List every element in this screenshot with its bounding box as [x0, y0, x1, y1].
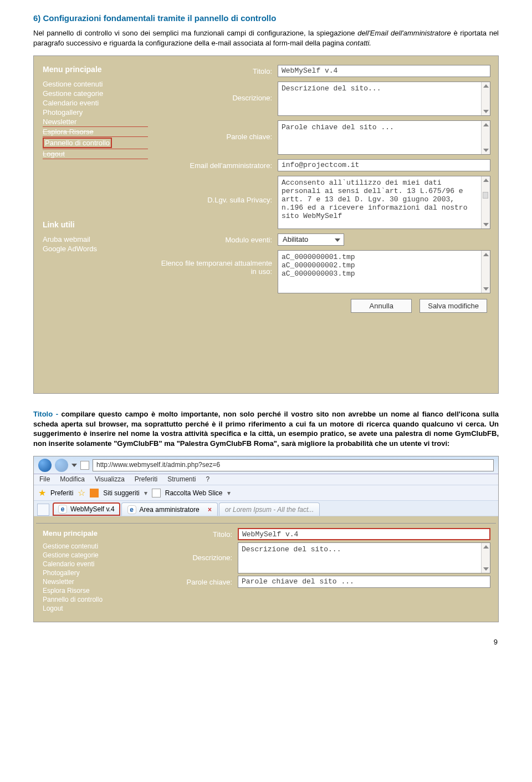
- descrizione2-textarea[interactable]: Descrizione del sito...: [238, 542, 490, 573]
- titolo-input[interactable]: WebMySelf v.4: [278, 65, 490, 77]
- email-input[interactable]: info@projectcom.it: [278, 159, 490, 171]
- modulo-select[interactable]: Abilitato: [278, 233, 344, 246]
- sidebar-links-title: Link utili: [43, 220, 148, 229]
- scrollbar[interactable]: [481, 121, 490, 154]
- menu-preferiti[interactable]: Preferiti: [135, 475, 157, 484]
- scrollbar[interactable]: [481, 251, 490, 293]
- page-icon: [80, 461, 89, 470]
- sidebar-item-pannello[interactable]: Pannello di controllo: [43, 137, 148, 149]
- titolo-paragraph: Titolo - compilare questo campo è molto …: [33, 409, 499, 448]
- parole2-input[interactable]: Parole chiave del sito ...: [238, 576, 490, 588]
- page-number: 9: [33, 638, 499, 646]
- suggested-sites-icon: [90, 489, 99, 497]
- tab-webmyself[interactable]: eWebMySelf v.4: [53, 502, 120, 516]
- figure-admin-panel: Menu principale Gestione contenuti Gesti…: [33, 55, 499, 394]
- label2-titolo: Titolo:: [149, 528, 238, 539]
- annulla-button[interactable]: Annulla: [351, 299, 412, 313]
- label-titolo: Titolo:: [156, 65, 278, 75]
- label-privacy: D.Lgv. sulla Privacy:: [156, 176, 278, 204]
- sidebar2-item-categorie[interactable]: Gestione categorie: [43, 551, 103, 560]
- figure-browser-chrome: http://www.webmyself.it/admin.php?sez=6 …: [33, 456, 499, 622]
- back-button[interactable]: [38, 459, 52, 472]
- privacy-textarea[interactable]: Acconsento all`utilizzo dei miei dati pe…: [278, 176, 490, 229]
- sidebar2-item-esplora[interactable]: Esplora Risorse: [43, 586, 103, 595]
- sidebar2-item-pannello[interactable]: Pannello di controllo: [43, 595, 103, 604]
- web-slice-icon: [152, 489, 161, 497]
- label-email: Email dell'amministratore:: [156, 159, 278, 170]
- elenco-textarea[interactable]: aC_0000000001.tmp aC_0000000002.tmp aC_0…: [278, 250, 490, 293]
- address-bar[interactable]: http://www.webmyself.it/admin.php?sez=6: [93, 459, 494, 471]
- highlight-box: Pannello di controllo: [43, 138, 112, 148]
- sidebar2-item-photogallery[interactable]: Photogallery: [43, 568, 103, 577]
- star-outline-icon[interactable]: ☆: [78, 488, 85, 498]
- label-elenco: Elenco file temporanei attualmente in us…: [156, 250, 278, 276]
- ie-favorites-bar: ★ Preferiti ☆ Siti suggeriti ▾ Raccolta …: [34, 485, 498, 501]
- fav-site1[interactable]: Siti suggeriti: [103, 489, 139, 497]
- descrizione-textarea[interactable]: Descrizione del sito...: [278, 82, 490, 116]
- sidebar-link-adwords[interactable]: Google AdWords: [43, 244, 148, 253]
- ie-icon: e: [58, 505, 67, 514]
- menu-file[interactable]: File: [39, 475, 50, 484]
- sidebar-item-categorie[interactable]: Gestione categorie: [43, 89, 148, 98]
- sidebar2-item-newsletter[interactable]: Newsletter: [43, 577, 103, 586]
- para2-rest: compilare questo campo è molto important…: [33, 410, 499, 448]
- intro-paragraph: Nel pannello di controllo vi sono dei se…: [33, 28, 499, 48]
- section-heading: 6) Configurazioni fondamentali tramite i…: [33, 13, 499, 23]
- sidebar2-item-logout[interactable]: Logout: [43, 604, 103, 613]
- sidebar: Menu principale Gestione contenuti Gesti…: [43, 65, 148, 253]
- star-icon[interactable]: ★: [38, 488, 46, 498]
- sidebar2-item-contenuti[interactable]: Gestione contenuti: [43, 542, 103, 551]
- salva-button[interactable]: Salva modifiche: [420, 299, 487, 313]
- forward-button[interactable]: [55, 459, 68, 472]
- menu-visualizza[interactable]: Visualizza: [95, 475, 125, 484]
- intro-text-1: Nel pannello di controllo vi sono dei se…: [33, 29, 357, 37]
- menu-strumenti[interactable]: Strumenti: [167, 475, 196, 484]
- close-icon[interactable]: ×: [208, 506, 212, 514]
- ie-menubar: File Modifica Visualizza Preferiti Strum…: [34, 474, 498, 485]
- intro-em-1: dell'Email dell'amministratore: [357, 29, 451, 37]
- chevron-down-icon[interactable]: [71, 464, 77, 467]
- intro-em-2: contatti.: [346, 39, 371, 47]
- label-modulo: Modulo eventi:: [156, 233, 278, 244]
- admin-form: Titolo: WebMySelf v.4 Descrizione: Descr…: [156, 65, 490, 313]
- ie-tabbar: eWebMySelf v.4 eArea amministratore × or…: [34, 501, 498, 516]
- ie-toolbar: http://www.webmyself.it/admin.php?sez=6: [34, 456, 498, 474]
- para2-lead: Titolo -: [33, 410, 61, 418]
- sidebar2-title: Menu principale: [43, 529, 103, 537]
- admin-panel-preview: Menu principale Gestione contenuti Gesti…: [36, 523, 496, 619]
- tab-area-admin[interactable]: eArea amministratore ×: [121, 502, 218, 516]
- sidebar-item-contenuti[interactable]: Gestione contenuti: [43, 79, 148, 89]
- scrollbar[interactable]: [481, 176, 490, 228]
- titolo2-input-highlighted[interactable]: WebMySelf v.4: [238, 528, 490, 540]
- sidebar2: Menu principale Gestione contenuti Gesti…: [43, 529, 103, 613]
- menu-help[interactable]: ?: [206, 475, 210, 484]
- sidebar-title: Menu principale: [43, 65, 148, 74]
- label2-parole: Parole chiave:: [149, 576, 238, 586]
- sidebar-item-calendario[interactable]: Calendario eventi: [43, 98, 148, 108]
- sidebar-item-newsletter[interactable]: Newsletter: [43, 117, 148, 126]
- parole-textarea[interactable]: Parole chiave del sito ...: [278, 120, 490, 155]
- label-descrizione: Descrizione:: [156, 82, 278, 102]
- sidebar2-item-calendario[interactable]: Calendario eventi: [43, 560, 103, 568]
- fav-site2[interactable]: Raccolta Web Slice: [165, 489, 223, 497]
- label2-descrizione: Descrizione:: [149, 542, 238, 562]
- sidebar-item-photogallery[interactable]: Photogallery: [43, 108, 148, 117]
- scrollbar[interactable]: [481, 82, 490, 115]
- ie-icon: e: [127, 505, 136, 514]
- sidebar-link-aruba[interactable]: Aruba webmail: [43, 235, 148, 244]
- fav-label[interactable]: Preferiti: [50, 489, 73, 497]
- quick-tabs-button[interactable]: [37, 504, 49, 516]
- label-parole: Parole chiave:: [156, 120, 278, 141]
- sidebar-item-esplora[interactable]: Esplora Risorse: [43, 126, 148, 137]
- tab-lorem[interactable]: or Lorem Ipsum - All the fact...: [219, 502, 320, 516]
- form2: Titolo: WebMySelf v.4 Descrizione: Descr…: [149, 528, 490, 590]
- scrollbar[interactable]: [481, 543, 490, 573]
- sidebar-item-logout[interactable]: Logout: [43, 149, 148, 159]
- menu-modifica[interactable]: Modifica: [60, 475, 85, 484]
